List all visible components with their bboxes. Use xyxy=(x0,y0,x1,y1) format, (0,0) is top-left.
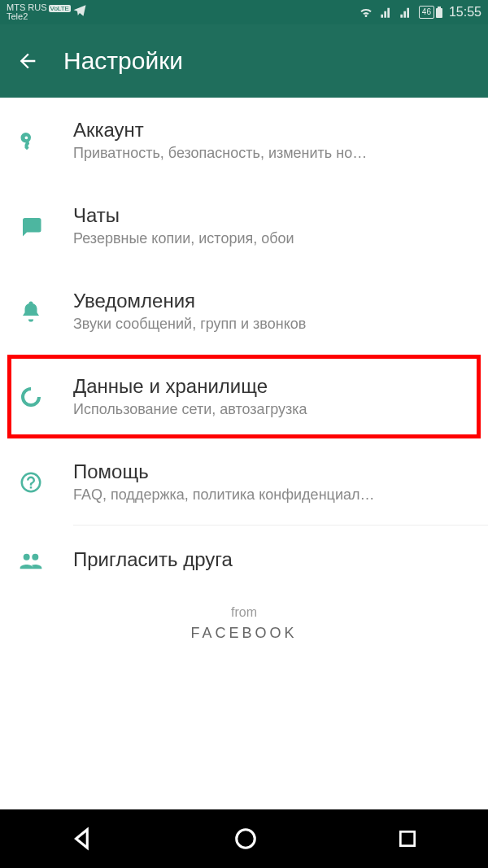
wifi-icon xyxy=(359,5,373,20)
android-status-bar: MTS RUSVoLTE Tele2 46 15:55 xyxy=(0,0,488,24)
item-title: Помощь xyxy=(73,460,472,483)
carrier-2: Tele2 xyxy=(7,12,71,21)
bell-icon xyxy=(16,297,46,326)
app-header: Настройки xyxy=(0,24,488,98)
help-icon xyxy=(16,468,46,497)
signal-1-icon xyxy=(380,6,393,19)
settings-item-data-storage[interactable]: Данные и хранилище Использование сети, а… xyxy=(7,354,481,439)
item-title: Аккаунт xyxy=(73,119,472,142)
people-icon xyxy=(16,547,46,576)
battery-icon xyxy=(436,7,442,18)
item-title: Чаты xyxy=(73,204,472,227)
key-icon xyxy=(16,126,46,155)
settings-item-invite[interactable]: Пригласить друга xyxy=(0,526,488,597)
footer-brand: FACEBOOK xyxy=(0,625,488,642)
battery-level: 46 xyxy=(419,6,434,19)
item-title: Данные и хранилище xyxy=(73,375,472,398)
settings-list: Аккаунт Приватность, безопасность, измен… xyxy=(0,98,488,642)
settings-item-help[interactable]: Помощь FAQ, поддержка, политика конфиден… xyxy=(0,439,488,525)
svg-rect-0 xyxy=(436,8,442,18)
chat-icon xyxy=(16,212,46,241)
android-nav-bar xyxy=(0,809,488,868)
nav-home-icon[interactable] xyxy=(233,827,258,851)
signal-2-icon xyxy=(399,6,412,19)
back-arrow-icon[interactable] xyxy=(16,50,39,72)
settings-item-chats[interactable]: Чаты Резервные копии, история, обои xyxy=(0,183,488,268)
nav-back-icon[interactable] xyxy=(70,827,94,851)
item-subtitle: Резервные копии, история, обои xyxy=(73,230,472,247)
svg-rect-1 xyxy=(438,7,441,8)
item-title: Пригласить друга xyxy=(73,548,472,571)
svg-point-2 xyxy=(237,830,255,848)
item-subtitle: FAQ, поддержка, политика конфиденциал… xyxy=(73,486,472,504)
clock: 15:55 xyxy=(449,5,481,20)
item-title: Уведомления xyxy=(73,290,472,312)
svg-rect-3 xyxy=(401,831,415,845)
data-usage-icon xyxy=(16,382,46,412)
nav-recent-icon[interactable] xyxy=(397,828,418,849)
settings-item-notifications[interactable]: Уведомления Звуки сообщений, групп и зво… xyxy=(0,268,488,354)
item-subtitle: Использование сети, автозагрузка xyxy=(73,401,472,418)
telegram-icon xyxy=(72,3,87,18)
page-title: Настройки xyxy=(63,47,183,75)
item-subtitle: Приватность, безопасность, изменить но… xyxy=(73,145,472,162)
settings-item-account[interactable]: Аккаунт Приватность, безопасность, измен… xyxy=(0,98,488,183)
footer-from: from xyxy=(0,605,488,620)
item-subtitle: Звуки сообщений, групп и звонков xyxy=(73,316,472,333)
volte-badge: VoLTE xyxy=(49,5,71,12)
